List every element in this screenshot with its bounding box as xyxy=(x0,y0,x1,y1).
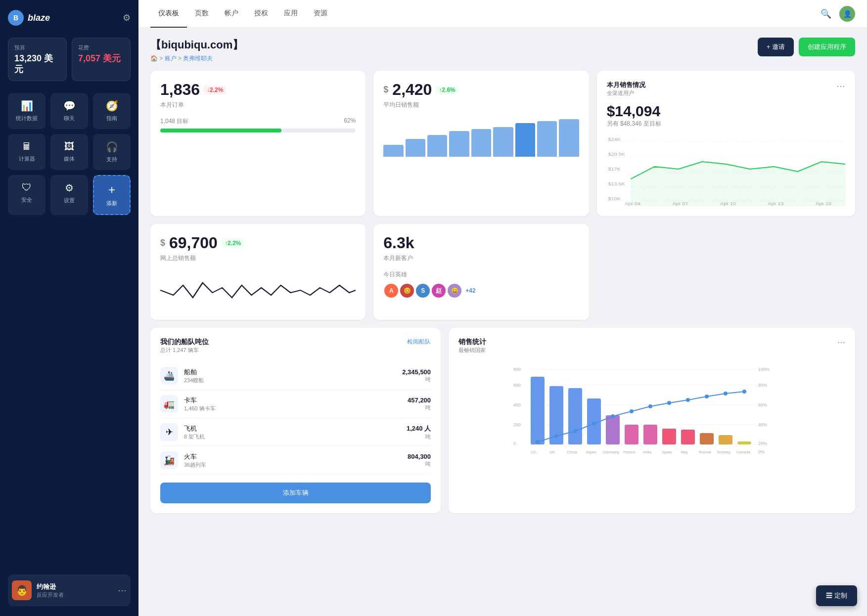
svg-rect-34 xyxy=(700,433,714,444)
svg-text:France: France xyxy=(623,450,636,454)
logo-icon: B xyxy=(8,10,24,26)
svg-text:US: US xyxy=(531,450,536,454)
orders-label: 本月订单 xyxy=(160,101,356,109)
top-user-avatar[interactable]: 👤 xyxy=(839,6,855,22)
sidebar-item-support[interactable]: 🎧 支持 xyxy=(93,134,131,170)
bar-9 xyxy=(559,119,579,157)
fleet-list: 🚢 船舶 234艘船 2,345,500 吨 🚛 卡车 xyxy=(160,362,431,475)
svg-rect-27 xyxy=(568,388,582,444)
settings-label: 设置 xyxy=(64,197,75,204)
budget-section: 预算 13,230 美元 花费 7,057 美元 xyxy=(8,38,131,81)
svg-text:Spain: Spain xyxy=(662,450,672,454)
media-label: 媒体 xyxy=(64,155,75,163)
nav-link-resources[interactable]: 资源 xyxy=(306,0,335,28)
sidebar-item-stats[interactable]: 📊 统计数据 xyxy=(8,93,46,129)
svg-rect-30 xyxy=(625,425,639,444)
svg-rect-33 xyxy=(681,430,695,444)
sidebar-item-calc[interactable]: 🖩 计算器 xyxy=(8,134,46,170)
nav-link-pages[interactable]: 页数 xyxy=(187,0,217,28)
ships-count: 234艘船 xyxy=(184,377,204,384)
sidebar-item-add[interactable]: + 添新 xyxy=(93,175,131,215)
more-icon[interactable]: ⋯ xyxy=(118,585,127,596)
fleet-item-planes: ✈ 飞机 8 架飞机 1,240 人 吨 xyxy=(160,418,431,446)
orders-progress: 1,048 目标 62% xyxy=(160,117,356,132)
logo-area: B blaze xyxy=(8,10,50,26)
header-buttons: + 邀请 创建应用程序 xyxy=(758,38,855,56)
trains-unit: 吨 xyxy=(408,460,431,468)
orders-card: 1,836 ↓2.2% 本月订单 1,048 目标 62% xyxy=(150,71,365,216)
add-vehicle-button[interactable]: 添加车辆 xyxy=(160,483,431,503)
new-customers-card: 6.3k 本月新客户 今日英雄 A 😊 S 赵 😄 +42 xyxy=(373,224,589,320)
nav-link-account[interactable]: 帐户 xyxy=(217,0,246,28)
chat-label: 聊天 xyxy=(64,115,75,122)
sales-stats-sub: 最畅销国家 xyxy=(458,347,486,354)
progress-bar xyxy=(160,129,356,132)
sidebar-item-chat[interactable]: 💬 聊天 xyxy=(50,93,88,129)
sidebar-item-guide[interactable]: 🧭 指南 xyxy=(93,93,131,129)
fleet-link[interactable]: 检阅船队 xyxy=(407,338,431,346)
monthly-sales-sub: 另有 $48,346 至目标 xyxy=(607,120,845,128)
svg-text:Apr 10: Apr 10 xyxy=(720,201,736,206)
hero-1: A xyxy=(383,283,399,299)
progress-label: 1,048 目标 62% xyxy=(160,117,356,126)
breadcrumb-home[interactable]: 🏠 xyxy=(150,55,158,62)
sidebar-item-settings[interactable]: ⚙ 设置 xyxy=(50,175,88,215)
nav-link-apps[interactable]: 应用 xyxy=(276,0,306,28)
svg-point-43 xyxy=(648,404,652,408)
svg-text:$20.5K: $20.5K xyxy=(608,152,625,157)
logo-text: blaze xyxy=(28,13,50,23)
svg-text:Norway: Norway xyxy=(717,450,730,454)
nav-link-auth[interactable]: 授权 xyxy=(246,0,276,28)
top-settings-icon[interactable]: ⚙ xyxy=(123,12,131,23)
fleet-item-trains: 🚂 火车 36趟列车 804,300 吨 xyxy=(160,446,431,475)
trucks-amount: 457,200 xyxy=(408,396,431,404)
new-customers-label: 本月新客户 xyxy=(383,254,579,263)
planes-info: 飞机 8 架飞机 xyxy=(184,424,205,440)
trucks-name: 卡车 xyxy=(184,396,216,405)
nav-grid: 📊 统计数据 💬 聊天 🧭 指南 🖩 计算器 🖼 媒体 🎧 支持 🛡 安全 ⚙ xyxy=(8,93,131,215)
page-title-area: 【biqubiqu.com】 🏠 > 账户 > 奥弗维耶夫 xyxy=(150,38,243,63)
monthly-sales-titles: 本月销售情况 全渠道用户 xyxy=(607,81,645,97)
svg-point-41 xyxy=(611,414,615,418)
total-sales-change: ↑2.2% xyxy=(222,239,244,248)
svg-text:Apr 16: Apr 16 xyxy=(816,201,831,206)
trains-value: 804,300 吨 xyxy=(408,453,431,468)
monthly-sales-amount: $14,094 xyxy=(607,103,845,120)
nav-link-dashboard[interactable]: 仪表板 xyxy=(150,0,187,28)
planes-count: 8 架飞机 xyxy=(184,433,205,440)
fleet-title: 我们的船队吨位 xyxy=(160,338,209,347)
top-nav-right: 🔍 👤 xyxy=(821,6,855,22)
bar-1 xyxy=(383,145,403,157)
planes-value: 1,240 人 吨 xyxy=(407,424,431,440)
user-profile: 👨 约翰逊 反应开发者 ⋯ xyxy=(8,574,131,606)
svg-point-45 xyxy=(686,398,690,402)
breadcrumb-account[interactable]: 账户 xyxy=(165,55,177,62)
guide-label: 指南 xyxy=(106,115,117,122)
daily-sales-label: 平均日销售额 xyxy=(383,101,579,109)
sidebar-item-security[interactable]: 🛡 安全 xyxy=(8,175,46,215)
fleet-titles: 我们的船队吨位 总计 1,247 辆车 xyxy=(160,338,209,362)
bar-6 xyxy=(493,127,513,157)
search-icon[interactable]: 🔍 xyxy=(821,8,831,19)
top-cards: 1,836 ↓2.2% 本月订单 1,048 目标 62% $ xyxy=(150,71,855,216)
orders-change: ↓2.2% xyxy=(204,86,226,94)
svg-text:Apr 04: Apr 04 xyxy=(625,201,640,206)
heroes-more: +42 xyxy=(465,287,475,294)
create-button[interactable]: 创建应用程序 xyxy=(799,38,855,56)
invite-button[interactable]: + 邀请 xyxy=(758,38,794,56)
media-icon: 🖼 xyxy=(64,141,74,152)
customize-button[interactable]: ☰ 定制 xyxy=(816,585,857,606)
sales-stats-more-icon[interactable]: ⋯ xyxy=(837,338,845,347)
calc-label: 计算器 xyxy=(19,155,35,163)
planes-amount: 1,240 人 xyxy=(407,424,431,433)
svg-text:600: 600 xyxy=(513,383,521,388)
sales-stats-header: 销售统计 最畅销国家 ⋯ xyxy=(458,338,845,354)
sales-stats-title: 销售统计 xyxy=(458,338,486,347)
sidebar-item-media[interactable]: 🖼 媒体 xyxy=(50,134,88,170)
bar-5 xyxy=(471,129,491,157)
svg-text:India: India xyxy=(643,450,652,454)
bar-3 xyxy=(427,135,447,157)
svg-text:800: 800 xyxy=(513,367,521,372)
ships-unit: 吨 xyxy=(402,376,431,383)
monthly-sales-more-icon[interactable]: ⋯ xyxy=(836,81,845,91)
